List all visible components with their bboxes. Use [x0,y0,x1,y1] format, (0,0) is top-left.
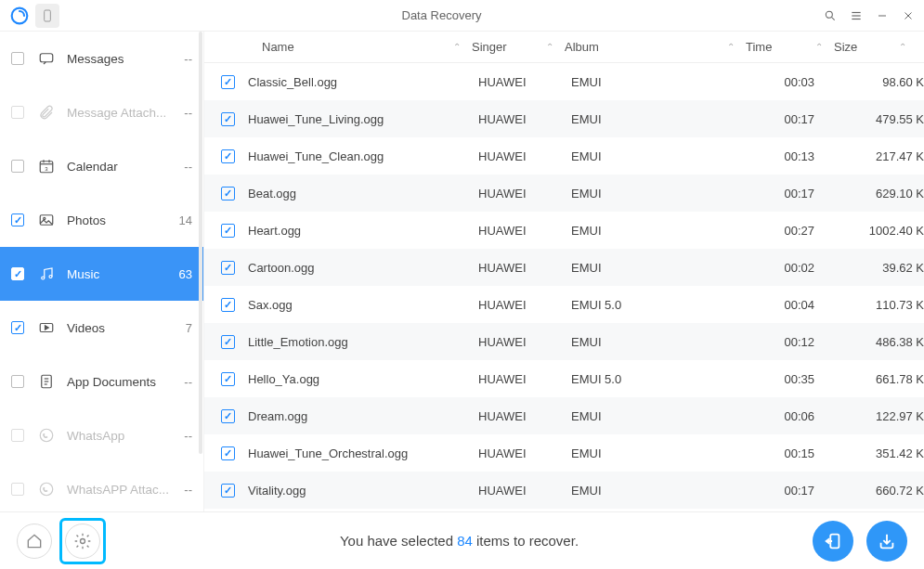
sidebar-item-msg-attach[interactable]: Message Attach...-- [0,85,203,139]
cell-album: EMUI 5.0 [571,372,752,386]
cell-name: Huawei_Tune_Orchestral.ogg [248,446,478,460]
row-checkbox[interactable] [221,484,235,498]
sidebar-checkbox[interactable] [11,106,24,119]
sidebar-item-calendar[interactable]: 3Calendar-- [0,139,203,193]
table-row[interactable]: Dream.oggHUAWEIEMUI00:06122.97 K [204,397,924,434]
sidebar-item-messages[interactable]: Messages-- [0,32,203,85]
sidebar-checkbox[interactable] [11,52,24,65]
column-label: Size [834,40,857,54]
table-row[interactable]: Hello_Ya.oggHUAWEIEMUI 5.000:35661.78 K [204,360,924,397]
cell-size: 1002.40 K [840,224,924,238]
table-row[interactable]: Huawei_Tune_Clean.oggHUAWEIEMUI00:13217.… [204,137,924,175]
cell-singer: HUAWEI [478,112,571,126]
sidebar-checkbox[interactable] [11,375,24,388]
cell-time: 00:35 [752,372,840,386]
table-row[interactable]: Huawei_Tune_Living.oggHUAWEIEMUI00:17479… [204,100,924,137]
column-header-album[interactable]: Album⌃ [565,40,746,54]
sidebar-item-whatsapp[interactable]: WhatsApp-- [0,408,203,462]
menu-icon[interactable] [850,9,863,22]
table-row[interactable]: Sax.oggHUAWEIEMUI 5.000:04110.73 K [204,286,924,323]
svg-text:3: 3 [45,166,48,172]
cell-name: Vitality.ogg [248,484,478,498]
cell-time: 00:06 [752,409,840,423]
row-checkbox[interactable] [221,112,235,126]
cell-album: EMUI [571,224,752,238]
close-icon[interactable] [902,9,915,22]
column-header-time[interactable]: Time⌃ [746,40,834,54]
sidebar-item-count: -- [184,52,192,66]
device-tab-button[interactable] [35,4,59,28]
titlebar-left [9,4,59,28]
sidebar-item-label: Messages [67,52,184,66]
sidebar-item-photos[interactable]: Photos14 [0,193,203,247]
table-row[interactable]: Huawei_Tune_Orchestral.oggHUAWEIEMUI00:1… [204,434,924,472]
cell-name: Little_Emotion.ogg [248,335,478,349]
cell-size: 110.73 K [840,298,924,312]
row-checkbox[interactable] [221,335,235,349]
cell-time: 00:03 [752,75,840,89]
cell-album: EMUI [571,149,752,163]
app-logo-icon [9,6,30,26]
sidebar-item-label: Photos [67,213,179,227]
sidebar-item-count: -- [184,483,192,497]
minimize-icon[interactable] [876,9,889,22]
row-checkbox[interactable] [221,409,235,423]
row-checkbox[interactable] [221,261,235,275]
chat-icon [37,49,56,68]
sidebar-item-whatsapp-attach[interactable]: WhatsAPP Attac...-- [0,462,203,511]
table-row[interactable]: Vitality.oggHUAWEIEMUI00:17660.72 K [204,472,924,509]
row-checkbox[interactable] [221,372,235,386]
column-label: Time [746,40,772,54]
cell-name: Dream.ogg [248,409,478,423]
cell-size: 217.47 K [840,149,924,163]
row-checkbox[interactable] [221,446,235,460]
sidebar-checkbox[interactable] [11,483,24,496]
sidebar-item-videos[interactable]: Videos7 [0,301,203,355]
sidebar-item-count: -- [184,375,192,389]
recover-to-computer-button[interactable] [866,521,907,562]
row-checkbox[interactable] [221,149,235,163]
sidebar-checkbox[interactable] [11,160,24,173]
table-row[interactable]: Classic_Bell.oggHUAWEIEMUI00:0398.60 K [204,63,924,100]
cell-time: 00:02 [752,261,840,275]
cell-time: 00:04 [752,298,840,312]
table-row[interactable]: Cartoon.oggHUAWEIEMUI00:0239.62 K [204,249,924,286]
cell-name: Huawei_Tune_Clean.ogg [248,149,478,163]
column-header-size[interactable]: Size⌃ [834,40,917,54]
sidebar: Messages--Message Attach...--3Calendar--… [0,32,204,511]
sidebar-checkbox[interactable] [11,429,24,442]
footer-text-suffix: items to recover. [473,533,579,549]
sidebar-checkbox[interactable] [11,267,24,280]
row-checkbox[interactable] [221,187,235,200]
sidebar-item-music[interactable]: Music63 [0,247,203,301]
sidebar-checkbox[interactable] [11,321,24,334]
search-icon[interactable] [824,9,837,22]
recover-to-device-button[interactable] [813,521,853,562]
whatsapp-icon [37,480,56,498]
table-row[interactable]: Heart.oggHUAWEIEMUI00:271002.40 K [204,212,924,249]
home-button[interactable] [17,524,52,559]
settings-button[interactable] [65,524,100,559]
column-header-singer[interactable]: Singer⌃ [472,40,565,54]
cell-singer: HUAWEI [478,484,571,498]
svg-point-27 [81,538,85,543]
row-checkbox[interactable] [221,224,235,238]
table-row[interactable]: Little_Emotion.oggHUAWEIEMUI00:12486.38 … [204,323,924,360]
table-row[interactable]: Beat.oggHUAWEIEMUI00:17629.10 K [204,175,924,212]
column-header-name[interactable]: Name⌃ [241,40,472,54]
row-checkbox[interactable] [221,75,235,89]
sidebar-item-count: 7 [186,321,192,335]
sidebar-checkbox[interactable] [11,213,24,226]
window-title: Data Recovery [59,8,824,22]
footer-text-prefix: You have selected [340,533,457,549]
row-checkbox[interactable] [221,298,235,312]
sidebar-item-appdocs[interactable]: App Documents-- [0,355,203,408]
cell-album: EMUI [571,335,752,349]
svg-rect-1 [45,10,51,21]
svg-point-2 [826,11,832,18]
cell-size: 486.38 K [840,335,924,349]
sidebar-item-label: WhatsApp [67,429,184,443]
cell-size: 660.72 K [840,484,924,498]
sidebar-scrollbar[interactable] [199,32,202,454]
doc-icon [37,372,56,391]
